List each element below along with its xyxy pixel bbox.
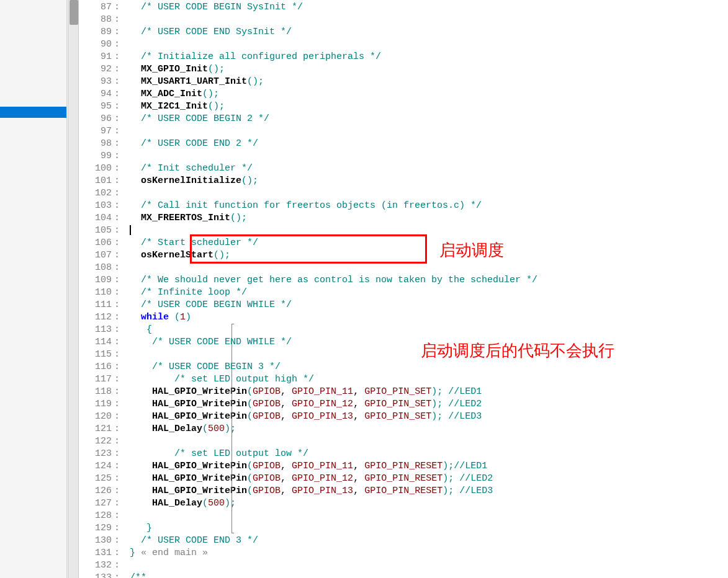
code-text[interactable] bbox=[120, 225, 131, 237]
code-line[interactable]: 95: MX_I2C1_Init(); bbox=[79, 100, 728, 113]
code-text[interactable]: /* Call init function for freertos objec… bbox=[120, 200, 482, 212]
code-text[interactable] bbox=[120, 125, 124, 138]
code-text[interactable]: HAL_Delay(500); bbox=[120, 423, 236, 435]
code-text[interactable]: /** bbox=[120, 572, 146, 578]
code-line[interactable]: 118: HAL_GPIO_WritePin(GPIOB, GPIO_PIN_1… bbox=[79, 386, 728, 398]
code-line[interactable]: 112: while (1) bbox=[79, 311, 728, 324]
code-line[interactable]: 93: MX_USART1_UART_Init(); bbox=[79, 76, 728, 88]
code-line[interactable]: 113: { bbox=[79, 324, 728, 336]
code-text[interactable]: MX_FREERTOS_Init(); bbox=[120, 212, 247, 225]
code-line[interactable]: 92: MX_GPIO_Init(); bbox=[79, 63, 728, 76]
code-line[interactable]: 103: /* Call init function for freertos … bbox=[79, 200, 728, 212]
code-text[interactable]: /* USER CODE BEGIN WHILE */ bbox=[120, 299, 292, 311]
code-text[interactable]: HAL_Delay(500); bbox=[120, 497, 236, 510]
code-line[interactable]: 99: bbox=[79, 150, 728, 162]
code-text[interactable]: MX_GPIO_Init(); bbox=[120, 63, 225, 76]
code-text[interactable]: /* set LED output low */ bbox=[120, 448, 308, 460]
code-line[interactable]: 119: HAL_GPIO_WritePin(GPIOB, GPIO_PIN_1… bbox=[79, 398, 728, 411]
code-line[interactable]: 96: /* USER CODE BEGIN 2 */ bbox=[79, 113, 728, 125]
code-text[interactable] bbox=[120, 349, 124, 361]
code-container[interactable]: 87: /* USER CODE BEGIN SysInit */88:89: … bbox=[79, 1, 728, 578]
code-line[interactable]: 116: /* USER CODE BEGIN 3 */ bbox=[79, 361, 728, 373]
code-line[interactable]: 123: /* set LED output low */ bbox=[79, 448, 728, 460]
code-text[interactable] bbox=[120, 510, 124, 522]
code-line[interactable]: 97: bbox=[79, 125, 728, 138]
code-text[interactable] bbox=[120, 14, 124, 26]
code-line[interactable]: 117: /* set LED output high */ bbox=[79, 373, 728, 386]
code-text[interactable]: HAL_GPIO_WritePin(GPIOB, GPIO_PIN_12, GP… bbox=[120, 473, 493, 485]
code-line[interactable]: 100: /* Init scheduler */ bbox=[79, 162, 728, 175]
code-line[interactable]: 91: /* Initialize all configured periphe… bbox=[79, 51, 728, 63]
code-line[interactable]: 131: } « end main » bbox=[79, 547, 728, 559]
code-line[interactable]: 128: bbox=[79, 510, 728, 522]
code-text[interactable] bbox=[120, 187, 124, 200]
code-text[interactable]: /* USER CODE BEGIN 2 */ bbox=[120, 113, 269, 125]
outline-scrollbar-thumb[interactable] bbox=[70, 0, 78, 25]
code-line[interactable]: 133: /** bbox=[79, 572, 728, 578]
code-text[interactable]: { bbox=[120, 324, 152, 336]
line-number: 118 bbox=[79, 386, 114, 398]
code-text[interactable]: /* USER CODE END WHILE */ bbox=[120, 336, 292, 349]
code-line[interactable]: 121: HAL_Delay(500); bbox=[79, 423, 728, 435]
code-text[interactable]: MX_USART1_UART_Init(); bbox=[120, 76, 264, 88]
code-line[interactable]: 127: HAL_Delay(500); bbox=[79, 497, 728, 510]
code-line[interactable]: 90: bbox=[79, 38, 728, 51]
code-line[interactable]: 108: bbox=[79, 262, 728, 274]
gutter-separator: : bbox=[114, 373, 120, 386]
code-text[interactable] bbox=[120, 38, 124, 51]
code-line[interactable]: 124: HAL_GPIO_WritePin(GPIOB, GPIO_PIN_1… bbox=[79, 460, 728, 473]
code-line[interactable]: 89: /* USER CODE END SysInit */ bbox=[79, 26, 728, 38]
line-number: 128 bbox=[79, 510, 114, 522]
code-text[interactable] bbox=[120, 559, 124, 572]
code-text[interactable]: } bbox=[120, 522, 152, 535]
code-line[interactable]: 126: HAL_GPIO_WritePin(GPIOB, GPIO_PIN_1… bbox=[79, 485, 728, 497]
code-line[interactable]: 101: osKernelInitialize(); bbox=[79, 175, 728, 187]
code-line[interactable]: 111: /* USER CODE BEGIN WHILE */ bbox=[79, 299, 728, 311]
line-number: 109 bbox=[79, 274, 114, 287]
code-text[interactable]: /* Infinite loop */ bbox=[120, 287, 247, 299]
code-line[interactable]: 88: bbox=[79, 14, 728, 26]
line-number: 131 bbox=[79, 547, 114, 559]
code-line[interactable]: 109: /* We should never get here as cont… bbox=[79, 274, 728, 287]
code-text[interactable]: /* Init scheduler */ bbox=[120, 162, 253, 175]
code-text[interactable] bbox=[120, 435, 124, 448]
code-line[interactable]: 102: bbox=[79, 187, 728, 200]
code-line[interactable]: 130: /* USER CODE END 3 */ bbox=[79, 535, 728, 547]
code-text[interactable]: /* USER CODE END SysInit */ bbox=[120, 26, 292, 38]
code-text[interactable]: HAL_GPIO_WritePin(GPIOB, GPIO_PIN_13, GP… bbox=[120, 485, 493, 497]
code-text[interactable]: /* We should never get here as control i… bbox=[120, 274, 537, 287]
code-text[interactable]: /* set LED output high */ bbox=[120, 373, 314, 386]
code-line[interactable]: 104: MX_FREERTOS_Init(); bbox=[79, 212, 728, 225]
code-line[interactable]: 94: MX_ADC_Init(); bbox=[79, 88, 728, 100]
code-text[interactable]: } « end main » bbox=[120, 547, 208, 559]
code-line[interactable]: 98: /* USER CODE END 2 */ bbox=[79, 138, 728, 150]
code-line[interactable]: 120: HAL_GPIO_WritePin(GPIOB, GPIO_PIN_1… bbox=[79, 411, 728, 423]
code-text[interactable] bbox=[120, 150, 124, 162]
code-text[interactable]: HAL_GPIO_WritePin(GPIOB, GPIO_PIN_13, GP… bbox=[120, 411, 482, 423]
code-line[interactable]: 129: } bbox=[79, 522, 728, 535]
code-text[interactable]: HAL_GPIO_WritePin(GPIOB, GPIO_PIN_11, GP… bbox=[120, 386, 482, 398]
code-text[interactable]: /* USER CODE END 3 */ bbox=[120, 535, 258, 547]
code-text[interactable]: HAL_GPIO_WritePin(GPIOB, GPIO_PIN_11, GP… bbox=[120, 460, 487, 473]
outline-scrollbar[interactable] bbox=[68, 0, 79, 578]
code-line[interactable]: 122: bbox=[79, 435, 728, 448]
outline-selection[interactable] bbox=[0, 107, 66, 118]
code-line[interactable]: 132: bbox=[79, 559, 728, 572]
code-text[interactable]: /* USER CODE END 2 */ bbox=[120, 138, 258, 150]
code-text[interactable]: MX_ADC_Init(); bbox=[120, 88, 219, 100]
code-text[interactable]: osKernelInitialize(); bbox=[120, 175, 258, 187]
code-line[interactable]: 114: /* USER CODE END WHILE */ bbox=[79, 336, 728, 349]
code-editor[interactable]: 87: /* USER CODE BEGIN SysInit */88:89: … bbox=[79, 0, 728, 578]
code-text[interactable]: /* USER CODE BEGIN SysInit */ bbox=[120, 1, 303, 14]
code-text[interactable]: /* Initialize all configured peripherals… bbox=[120, 51, 381, 63]
code-line[interactable]: 115: bbox=[79, 349, 728, 361]
code-text[interactable]: HAL_GPIO_WritePin(GPIOB, GPIO_PIN_12, GP… bbox=[120, 398, 482, 411]
code-line[interactable]: 110: /* Infinite loop */ bbox=[79, 287, 728, 299]
code-line[interactable]: 125: HAL_GPIO_WritePin(GPIOB, GPIO_PIN_1… bbox=[79, 473, 728, 485]
code-text[interactable]: /* USER CODE BEGIN 3 */ bbox=[120, 361, 281, 373]
code-text[interactable]: while (1) bbox=[120, 311, 191, 324]
code-text[interactable]: MX_I2C1_Init(); bbox=[120, 100, 225, 113]
line-number: 107 bbox=[79, 249, 114, 262]
code-text[interactable] bbox=[120, 262, 124, 274]
code-line[interactable]: 87: /* USER CODE BEGIN SysInit */ bbox=[79, 1, 728, 14]
